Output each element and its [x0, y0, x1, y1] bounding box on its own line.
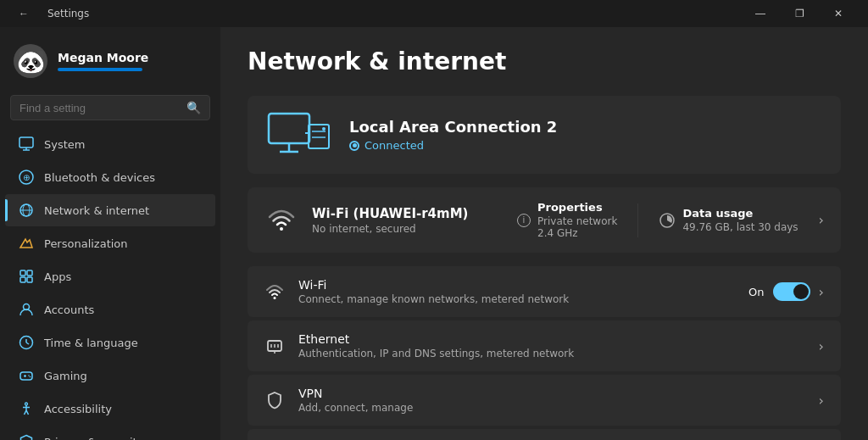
connection-card[interactable]: Local Area Connection 2 Connected: [248, 96, 841, 174]
sidebar-item-privacy[interactable]: Privacy & security: [5, 426, 215, 440]
card-divider: [637, 203, 638, 237]
properties-label: Properties: [537, 201, 617, 214]
wifi-settings-row[interactable]: Wi-Fi Connect, manage known networks, me…: [248, 266, 841, 317]
svg-rect-11: [27, 277, 32, 282]
svg-rect-26: [269, 114, 309, 143]
ethernet-row-sub: Authentication, IP and DNS settings, met…: [298, 348, 805, 359]
sidebar-item-apps-label: Apps: [44, 270, 71, 283]
connection-name: Local Area Connection 2: [349, 118, 557, 136]
ethernet-row-info: Ethernet Authentication, IP and DNS sett…: [298, 332, 805, 359]
sidebar-item-accessibility[interactable]: Accessibility: [5, 393, 215, 425]
ethernet-row-title: Ethernet: [298, 332, 805, 346]
titlebar-title: Settings: [47, 8, 89, 19]
sidebar-item-personalization-label: Personalization: [44, 237, 128, 250]
wifi-toggle-label: On: [748, 286, 764, 298]
data-usage-info: Data usage 49.76 GB, last 30 days: [682, 207, 798, 233]
sidebar-item-network-label: Network & internet: [44, 204, 149, 217]
user-section[interactable]: 🐼 Megan Moore: [0, 34, 220, 88]
data-usage-icon: [659, 212, 676, 229]
page-title: Network & internet: [248, 47, 841, 75]
wifi-row-chevron: ›: [819, 284, 824, 300]
svg-rect-8: [20, 270, 25, 276]
main-content: Network & internet: [220, 27, 868, 440]
sidebar-item-gaming-label: Gaming: [44, 370, 87, 382]
vpn-row-icon: [264, 390, 285, 410]
svg-rect-10: [20, 277, 25, 282]
ethernet-row-right: ›: [819, 338, 824, 354]
properties-sub: Private network 2.4 GHz: [537, 215, 617, 239]
svg-point-34: [280, 227, 283, 231]
sidebar: 🐼 Megan Moore 🔍: [0, 27, 220, 440]
accessibility-icon: [19, 401, 34, 416]
sidebar-item-privacy-label: Privacy & security: [44, 436, 143, 441]
sidebar-item-time-label: Time & language: [44, 337, 138, 349]
nav-list: System ⊕ Bluetooth & devices: [0, 127, 220, 440]
connection-info: Local Area Connection 2 Connected: [349, 118, 557, 152]
user-info: Megan Moore: [58, 51, 148, 71]
svg-line-15: [26, 343, 29, 344]
sidebar-item-apps[interactable]: Apps: [5, 260, 215, 292]
info-icon: i: [517, 214, 531, 227]
connection-icon: [264, 109, 332, 160]
gaming-icon: [19, 368, 34, 383]
sidebar-item-accounts[interactable]: Accounts: [5, 293, 215, 326]
hotspot-settings-row[interactable]: Mobile hotspot Share your internet conne…: [248, 429, 841, 440]
svg-point-19: [28, 375, 30, 376]
wifi-network-card[interactable]: Wi-Fi (HUAWEI-r4mM) No internet, secured…: [248, 187, 841, 253]
data-usage-sub: 49.76 GB, last 30 days: [682, 221, 798, 233]
wifi-row-sub: Connect, manage known networks, metered …: [298, 293, 735, 305]
wifi-network-name: Wi-Fi (HUAWEI-r4mM): [312, 206, 504, 221]
sidebar-item-network[interactable]: Network & internet: [5, 194, 215, 226]
connected-dot: [349, 141, 359, 151]
titlebar: ← Settings — ❐ ✕: [0, 0, 868, 27]
sidebar-item-bluetooth[interactable]: ⊕ Bluetooth & devices: [5, 161, 215, 193]
wifi-card-actions: i Properties Private network 2.4 GHz: [517, 201, 824, 239]
svg-point-32: [322, 127, 326, 131]
svg-point-21: [25, 403, 28, 405]
accounts-icon: [19, 302, 34, 317]
back-button[interactable]: ←: [10, 0, 37, 27]
time-icon: [19, 335, 34, 350]
personalization-icon: [19, 236, 34, 251]
sidebar-item-time[interactable]: Time & language: [5, 326, 215, 359]
sidebar-item-system[interactable]: System: [5, 128, 215, 160]
wifi-card-chevron: ›: [819, 212, 824, 228]
toggle-knob: [793, 284, 809, 299]
user-bar: [58, 68, 142, 71]
search-icon: 🔍: [186, 101, 201, 114]
sidebar-item-bluetooth-label: Bluetooth & devices: [44, 171, 155, 184]
titlebar-left: ← Settings: [10, 0, 89, 27]
close-button[interactable]: ✕: [819, 0, 858, 27]
ethernet-row-icon: [264, 336, 285, 356]
data-usage-label: Data usage: [682, 207, 798, 220]
privacy-icon: [19, 434, 34, 440]
vpn-row-info: VPN Add, connect, manage: [298, 387, 805, 414]
properties-section[interactable]: i Properties Private network 2.4 GHz: [517, 201, 617, 239]
svg-rect-0: [19, 137, 33, 148]
sidebar-item-personalization[interactable]: Personalization: [5, 227, 215, 259]
data-usage-section[interactable]: Data usage 49.76 GB, last 30 days: [659, 207, 798, 233]
search-box[interactable]: 🔍: [10, 95, 210, 120]
wifi-row-right: On ›: [748, 282, 824, 301]
minimize-button[interactable]: —: [741, 0, 780, 27]
svg-text:⊕: ⊕: [23, 173, 30, 182]
sidebar-item-accounts-label: Accounts: [44, 304, 94, 316]
wifi-toggle[interactable]: [773, 282, 810, 301]
wifi-row-info: Wi-Fi Connect, manage known networks, me…: [298, 278, 735, 305]
sidebar-item-system-label: System: [44, 138, 85, 151]
svg-line-25: [26, 410, 29, 415]
sidebar-item-gaming[interactable]: Gaming: [5, 359, 215, 392]
titlebar-controls: — ❐ ✕: [741, 0, 858, 27]
maximize-button[interactable]: ❐: [780, 0, 819, 27]
connection-status: Connected: [349, 139, 557, 152]
vpn-row-right: ›: [819, 393, 824, 409]
network-icon: [19, 203, 34, 218]
ethernet-settings-row[interactable]: Ethernet Authentication, IP and DNS sett…: [248, 320, 841, 371]
svg-rect-29: [309, 125, 329, 148]
vpn-settings-row[interactable]: VPN Add, connect, manage ›: [248, 375, 841, 426]
svg-point-36: [274, 297, 276, 299]
vpn-row-chevron: ›: [819, 393, 824, 409]
wifi-row-title: Wi-Fi: [298, 278, 735, 292]
avatar: 🐼: [14, 44, 47, 78]
search-input[interactable]: [19, 102, 180, 114]
